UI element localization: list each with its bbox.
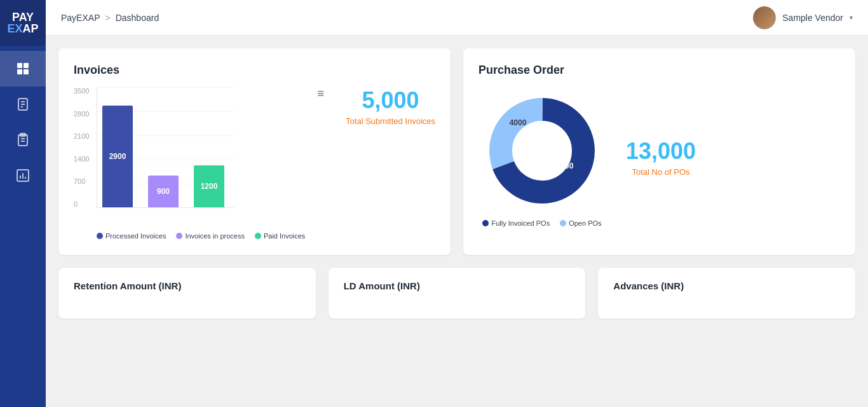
reports-icon (15, 168, 31, 183)
main-area: PayEXAP > Dashboard Sample Vendor ▾ Invo… (46, 0, 868, 407)
ld-card: LD Amount (INR) (329, 268, 586, 319)
sidebar-item-dashboard[interactable] (0, 51, 46, 86)
bar-in-process: 900 (148, 176, 179, 207)
invoices-card: Invoices ≡ 3500 2800 2100 1400 70 (58, 48, 451, 255)
app-name: PayEXAP (61, 13, 100, 23)
retention-title: Retention Amount (INR) (74, 280, 301, 291)
avatar-image (753, 6, 776, 29)
bottom-row: Retention Amount (INR) LD Amount (INR) A… (58, 268, 855, 319)
bars-container: 2900 900 (97, 87, 234, 208)
legend-in-process: Invoices in process (176, 232, 245, 240)
legend-open-pos: Open POs (560, 219, 601, 227)
retention-card: Retention Amount (INR) (58, 268, 316, 319)
chart-legend: Processed Invoices Invoices in process P… (97, 232, 325, 240)
legend-dot-open (560, 220, 566, 226)
grid-icon (15, 61, 31, 76)
invoices-card-title: Invoices (74, 64, 435, 77)
bar-chart-area: ≡ 3500 2800 2100 1400 700 0 (74, 87, 325, 240)
clipboard-icon (15, 132, 31, 148)
sidebar-item-invoices[interactable] (0, 86, 46, 122)
sidebar: PAY EXAP (0, 0, 46, 407)
total-invoices-label: Total Submitted Invoices (346, 116, 435, 126)
advances-title: Advances (INR) (613, 280, 840, 291)
user-menu[interactable]: Sample Vendor ▾ (753, 6, 853, 29)
invoice-icon (15, 97, 31, 112)
sidebar-item-clipboard[interactable] (0, 122, 46, 158)
avatar (753, 6, 776, 29)
total-po-label: Total No of POs (632, 167, 690, 177)
bar-in-process-rect: 900 (148, 176, 179, 207)
legend-fully-invoiced: Fully Invoiced POs (482, 219, 550, 227)
breadcrumb-separator: > (105, 13, 110, 23)
donut-label-4000: 4000 (510, 118, 527, 127)
po-card-title: Purchase Order (478, 64, 840, 77)
donut-chart: 9000 4000 (478, 87, 606, 214)
invoice-card-inner: ≡ 3500 2800 2100 1400 700 0 (74, 87, 435, 240)
ld-title: LD Amount (INR) (344, 280, 571, 291)
header: PayEXAP > Dashboard Sample Vendor ▾ (46, 0, 868, 36)
bar-processed: 2900 (102, 106, 133, 207)
donut-svg: 9000 4000 (478, 87, 606, 214)
legend-dot-paid (255, 233, 261, 239)
po-summary: 13,000 Total No of POs (626, 138, 696, 177)
breadcrumb-current: Dashboard (116, 13, 159, 23)
donut-label-9000: 9000 (557, 162, 574, 170)
content: Invoices ≡ 3500 2800 2100 1400 70 (46, 36, 868, 407)
svg-rect-3 (24, 69, 29, 74)
legend-dot-in-process (176, 233, 182, 239)
po-card: Purchase Order 90 (463, 48, 855, 255)
total-po-number: 13,000 (626, 138, 696, 165)
sidebar-item-reports[interactable] (0, 158, 46, 193)
po-legend: Fully Invoiced POs Open POs (482, 219, 601, 227)
invoice-summary: 5,000 Total Submitted Invoices (346, 87, 435, 126)
chevron-down-icon: ▾ (850, 14, 853, 21)
advances-card: Advances (INR) (598, 268, 855, 319)
svg-rect-1 (24, 63, 29, 68)
top-row: Invoices ≡ 3500 2800 2100 1400 70 (58, 48, 855, 255)
bar-processed-rect: 2900 (102, 106, 133, 207)
bar-chart: 3500 2800 2100 1400 700 0 (74, 87, 325, 227)
bar-paid-rect: 1200 (194, 165, 224, 207)
y-axis: 3500 2800 2100 1400 700 0 (74, 87, 93, 208)
breadcrumb: PayEXAP > Dashboard (61, 13, 159, 23)
legend-dot-processed (97, 233, 103, 239)
legend-paid: Paid Invoices (255, 232, 305, 240)
logo: PAY EXAP (0, 0, 46, 46)
legend-dot-fully-invoiced (482, 220, 489, 226)
svg-rect-2 (17, 69, 22, 74)
po-card-inner: 9000 4000 Fully Invoiced POs Ope (478, 87, 840, 227)
bar-paid: 1200 (194, 165, 224, 207)
legend-processed: Processed Invoices (97, 232, 166, 240)
total-invoices-number: 5,000 (362, 87, 419, 114)
user-name: Sample Vendor (782, 13, 843, 23)
svg-rect-0 (17, 63, 22, 68)
